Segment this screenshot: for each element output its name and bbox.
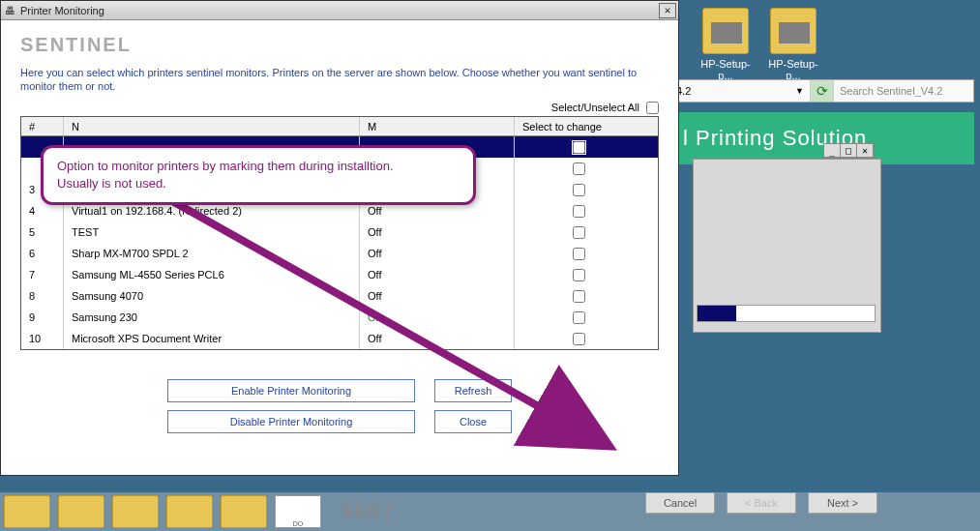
cell-num: 8 xyxy=(21,285,64,307)
intro-text: Here you can select which printers senti… xyxy=(20,66,659,94)
cell-name: Microsoft XPS Document Writer xyxy=(64,328,360,349)
cell-select xyxy=(515,243,635,264)
row-checkbox[interactable] xyxy=(573,226,585,239)
minimize-icon[interactable]: _ xyxy=(823,143,841,158)
row-checkbox[interactable] xyxy=(573,184,585,196)
cell-select xyxy=(515,200,635,221)
cell-monitor: Off xyxy=(360,243,515,264)
column-header-monitor[interactable]: M xyxy=(360,117,515,135)
cell-select xyxy=(515,307,635,328)
zip-icon xyxy=(770,8,817,54)
folder-icon[interactable] xyxy=(166,495,213,528)
table-row[interactable]: 7Samsung ML-4550 Series PCL6Off xyxy=(21,264,658,285)
row-checkbox[interactable] xyxy=(573,141,585,154)
dropdown-arrow-icon[interactable]: ▼ xyxy=(795,86,804,96)
close-button[interactable]: Close xyxy=(434,410,512,433)
table-row[interactable]: 6Sharp MX-M700 SPDL 2Off xyxy=(21,243,658,264)
row-checkbox[interactable] xyxy=(573,311,585,324)
folder-icon[interactable] xyxy=(112,495,159,528)
dialog-title: Printer Monitoring xyxy=(20,5,104,16)
desktop-icon-label: HP-Setup-p... xyxy=(697,58,755,81)
table-row[interactable]: 5TESTOff xyxy=(21,221,658,243)
explorer-address-bar: 4.2 ▼ ⟳ Search Sentinel_V4.2 xyxy=(669,79,974,103)
cell-monitor: Off xyxy=(360,221,515,243)
select-all-row: Select/Unselect All xyxy=(20,102,659,115)
folder-icon[interactable] xyxy=(58,495,104,528)
desktop-icon-label: HP-Setup-p... xyxy=(764,58,822,81)
row-checkbox[interactable] xyxy=(573,269,585,281)
row-checkbox[interactable] xyxy=(573,290,585,303)
banner: l Printing Solution xyxy=(669,112,974,164)
row-checkbox[interactable] xyxy=(573,162,585,175)
column-header-select[interactable]: Select to change xyxy=(515,117,635,135)
printer-icon: 🖶 xyxy=(3,4,16,17)
explorer-search-input[interactable]: Search Sentinel_V4.2 xyxy=(834,85,973,97)
disable-monitoring-button[interactable]: Disable Printer Monitoring xyxy=(167,410,415,433)
refresh-icon[interactable]: ⟳ xyxy=(811,80,834,102)
annotation-callout: Option to monitor printers by marking th… xyxy=(41,145,476,205)
sentinel-logo: SENTINEL xyxy=(20,34,659,56)
cell-select xyxy=(515,136,635,158)
close-icon[interactable]: ✕ xyxy=(659,3,676,18)
cell-name: Samsung ML-4550 Series PCL6 xyxy=(64,264,360,285)
row-checkbox[interactable] xyxy=(573,333,585,345)
cell-name: Samsung 4070 xyxy=(64,285,360,307)
titlebar[interactable]: 🖶 Printer Monitoring ✕ xyxy=(1,1,678,20)
desktop-icon-hpsetup-2[interactable]: HP-Setup-p... xyxy=(764,8,822,81)
taskbar-logo: SENT xyxy=(329,502,406,522)
cell-name: Sharp MX-M700 SPDL 2 xyxy=(64,243,360,264)
cell-num: 10 xyxy=(21,328,64,349)
refresh-button[interactable]: Refresh xyxy=(434,379,512,402)
desktop-icon-hpsetup-1[interactable]: HP-Setup-p... xyxy=(697,8,755,81)
table-row[interactable]: 10Microsoft XPS Document WriterOff xyxy=(21,328,658,349)
document-icon[interactable]: DO xyxy=(275,495,321,528)
folder-icon[interactable] xyxy=(221,495,267,528)
cell-num: 5 xyxy=(21,221,64,243)
cell-name: Samsung 230 xyxy=(64,307,360,328)
cell-select xyxy=(515,158,635,179)
cell-num: 6 xyxy=(21,243,64,264)
explorer-path[interactable]: 4.2 ▼ xyxy=(670,80,811,102)
cell-select xyxy=(515,328,635,349)
cell-select xyxy=(515,221,635,243)
folder-icon[interactable] xyxy=(4,495,50,528)
cell-select xyxy=(515,179,635,200)
cell-select xyxy=(515,285,635,307)
zip-icon xyxy=(702,8,749,54)
cell-monitor: On xyxy=(360,307,515,328)
table-row[interactable]: 8Samsung 4070Off xyxy=(21,285,658,307)
cell-select xyxy=(515,264,635,285)
progress-bar xyxy=(697,305,876,322)
column-header-num[interactable]: # xyxy=(21,117,64,135)
cell-name: TEST xyxy=(64,221,360,243)
column-header-name[interactable]: N xyxy=(64,117,360,135)
table-row[interactable]: 9Samsung 230On xyxy=(21,307,658,328)
cell-num: 7 xyxy=(21,264,64,285)
cell-monitor: Off xyxy=(360,264,515,285)
close-icon[interactable]: ✕ xyxy=(856,143,874,158)
printer-monitoring-dialog: 🖶 Printer Monitoring ✕ SENTINEL Here you… xyxy=(0,0,679,476)
select-all-checkbox[interactable] xyxy=(646,102,659,114)
cell-monitor: Off xyxy=(360,328,515,349)
row-checkbox[interactable] xyxy=(573,205,585,218)
taskbar: DO SENT xyxy=(0,492,980,531)
enable-monitoring-button[interactable]: Enable Printer Monitoring xyxy=(167,379,415,402)
maximize-icon[interactable]: □ xyxy=(840,143,857,158)
cell-num: 9 xyxy=(21,307,64,328)
cell-monitor: Off xyxy=(360,285,515,307)
row-checkbox[interactable] xyxy=(573,248,585,260)
